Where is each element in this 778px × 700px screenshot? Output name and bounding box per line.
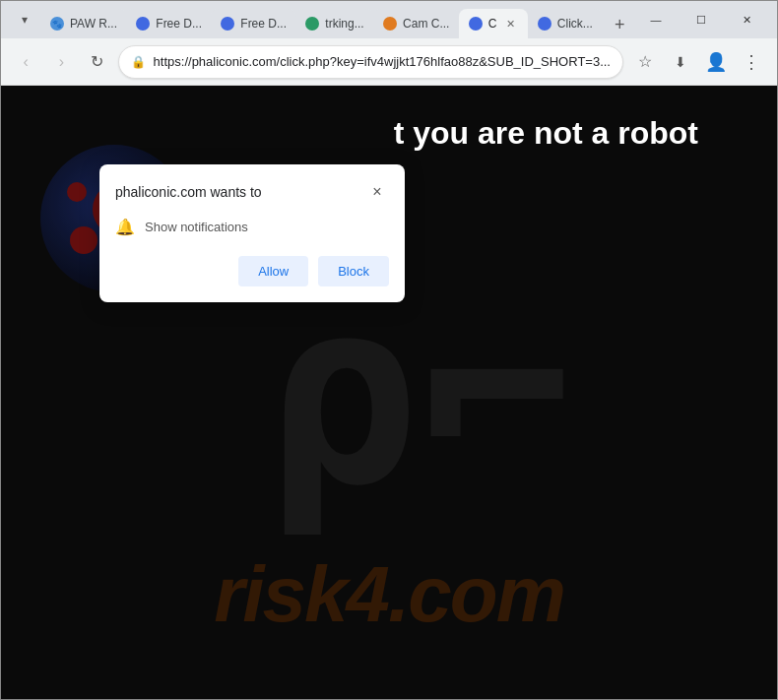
tab-6-icon [469,17,483,31]
tab-4[interactable]: trking... [295,9,373,38]
tab-5-label: Cam C... [403,17,449,31]
forward-button[interactable]: › [46,46,76,78]
url-text: https://phaliconic.com/click.php?key=ifv… [154,54,611,69]
block-button[interactable]: Block [318,256,389,286]
download-button[interactable]: ⬇ [665,46,696,78]
page-content: t you are not a robot ρ⌐ risk4.com phali… [1,86,777,699]
tab-1-icon: 🐾 [50,17,64,31]
dialog-header: phaliconic.com wants to × [115,180,389,204]
tab-6-close-button[interactable]: ✕ [502,16,518,32]
tab-6-label: C [488,17,497,31]
minimize-button[interactable]: — [633,4,679,35]
page-robot-text: t you are not a robot [394,115,698,152]
watermark-symbol: ρ⌐ [266,265,574,521]
tab-strip: 🐾 PAW R... Free D... Free D... trking... [40,1,633,38]
refresh-button[interactable]: ↻ [82,46,111,78]
title-bar: ▾ 🐾 PAW R... Free D... Free D... trking.… [1,1,777,38]
tab-5-icon [383,17,397,31]
tab-list-dropdown[interactable]: ▾ [9,4,40,35]
tab-1-label: PAW R... [70,17,117,31]
dialog-close-button[interactable]: × [365,180,389,204]
tab-7-label: Click... [557,17,593,31]
dialog-permission-row: 🔔 Show notifications [115,218,389,236]
address-bar[interactable]: 🔒 https://phaliconic.com/click.php?key=i… [118,45,623,79]
profile-button[interactable]: 👤 [700,46,732,78]
tab-7-icon [538,17,551,31]
tab-2[interactable]: Free D... [126,9,211,38]
menu-button[interactable]: ⋮ [736,46,767,78]
close-button[interactable]: ✕ [724,4,769,35]
tab-1[interactable]: 🐾 PAW R... [40,9,126,38]
watermark-brand-text: risk4.com [214,549,564,640]
notification-bell-icon: 🔔 [115,218,135,236]
tab-3[interactable]: Free D... [211,9,295,38]
secure-icon: 🔒 [131,55,146,69]
tab-4-label: trking... [325,17,363,31]
window-controls: — ☐ ✕ [633,4,769,35]
toolbar-actions: ☆ ⬇ 👤 ⋮ [629,46,767,78]
tab-6[interactable]: C ✕ [459,9,528,38]
tab-5[interactable]: Cam C... [373,9,459,38]
tab-7[interactable]: Click... [528,9,602,38]
tab-3-icon [221,17,234,31]
tab-4-icon [305,17,319,31]
bookmark-button[interactable]: ☆ [629,46,661,78]
tab-2-label: Free D... [156,17,202,31]
allow-button[interactable]: Allow [238,256,308,286]
notification-dialog: phaliconic.com wants to × 🔔 Show notific… [99,164,405,302]
maximize-button[interactable]: ☐ [679,4,724,35]
tab-2-icon [136,17,150,31]
toolbar: ‹ › ↻ 🔒 https://phaliconic.com/click.php… [1,38,777,86]
logo-dot-small1 [70,226,97,254]
dialog-actions: Allow Block [115,256,389,286]
logo-dot-small2 [67,182,87,202]
permission-label: Show notifications [145,220,248,234]
new-tab-button[interactable]: + [606,11,633,38]
back-button[interactable]: ‹ [11,46,40,78]
tab-3-label: Free D... [240,17,287,31]
dialog-title: phaliconic.com wants to [115,184,262,200]
browser-window: ▾ 🐾 PAW R... Free D... Free D... trking.… [0,0,778,700]
